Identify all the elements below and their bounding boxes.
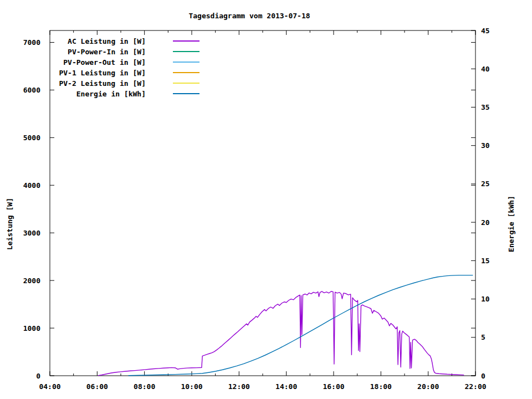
legend-label: PV-Power-Out in [W] (63, 58, 146, 66)
y-right-tick-label: 5 (481, 333, 485, 341)
y-left-tick-label: 5000 (23, 134, 40, 142)
y-left-tick-label: 1000 (23, 324, 40, 332)
daily-pv-chart: Tagesdiagramm vom 2013-07-18 Leistung [W… (0, 0, 532, 399)
y-right-tick-label: 25 (481, 180, 490, 188)
x-axis-tick-label: 20:00 (417, 382, 439, 391)
x-axis-tick-label: 14:00 (275, 382, 297, 391)
x-axis-tick-label: 04:00 (39, 382, 60, 391)
legend-label: Energie in [kWh] (76, 90, 146, 98)
y-left-tick-label: 0 (36, 372, 40, 380)
y-left-tick-label: 2000 (23, 277, 40, 285)
series-ac-leistung (99, 291, 464, 376)
x-axis-tick-label: 08:00 (134, 382, 155, 391)
y-left-tick-label: 7000 (23, 38, 40, 47)
legend-label: PV-2 Leistung in [W] (59, 79, 146, 88)
y-right-tick-label: 0 (481, 372, 485, 380)
x-axis-tick-label: 06:00 (86, 382, 108, 391)
legend-label: PV-1 Leistung in [W] (59, 69, 146, 77)
y-right-tick-label: 40 (481, 65, 490, 73)
legend-label: PV-Power-In in [W] (68, 48, 146, 56)
y-right-tick-label: 10 (481, 295, 490, 303)
y-left-tick-label: 4000 (23, 181, 40, 190)
x-axis-tick-label: 16:00 (323, 382, 344, 391)
legend-label: AC Leistung in [W] (68, 37, 146, 45)
y-right-tick-label: 30 (481, 141, 490, 150)
y-right-tick-label: 45 (481, 27, 490, 35)
y-right-tick-label: 20 (481, 218, 490, 227)
y-left-tick-label: 3000 (23, 229, 40, 237)
x-axis-tick-label: 22:00 (464, 382, 486, 391)
y-left-tick-label: 6000 (23, 86, 40, 94)
y-right-tick-label: 35 (481, 103, 490, 111)
x-axis-tick-label: 18:00 (370, 382, 392, 391)
plot-area: 04:0006:0008:0010:0012:0014:0016:0018:00… (0, 0, 532, 399)
y-right-tick-label: 15 (481, 257, 490, 265)
x-axis-tick-label: 12:00 (228, 382, 250, 391)
x-axis-tick-label: 10:00 (181, 382, 202, 391)
